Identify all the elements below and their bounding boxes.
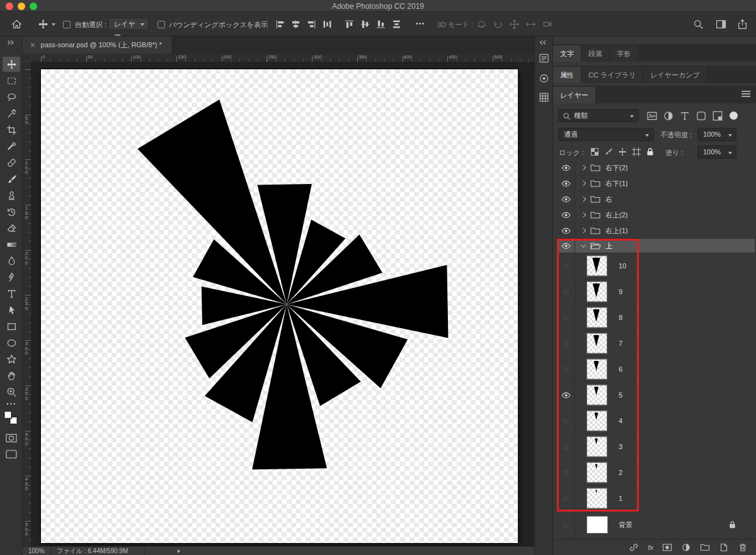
- select-tool[interactable]: [3, 302, 20, 318]
- document-tab[interactable]: × pass-sonar.psd @ 100% (上, RGB/8*) *: [23, 37, 173, 54]
- visibility-toggle[interactable]: [558, 460, 575, 485]
- eyedropper-tool[interactable]: [3, 139, 20, 154]
- horizontal-ruler[interactable]: 050100150200250300350400450500: [31, 54, 534, 62]
- layer-row[interactable]: 3: [558, 434, 755, 460]
- visibility-well[interactable]: [562, 314, 570, 322]
- visibility-toggle[interactable]: [558, 279, 575, 304]
- pasteboard[interactable]: [31, 62, 534, 546]
- new-group-icon[interactable]: [700, 542, 710, 552]
- delete-layer-icon[interactable]: [738, 542, 748, 552]
- visibility-toggle[interactable]: [558, 434, 575, 459]
- visibility-well[interactable]: [562, 495, 570, 503]
- visibility-well[interactable]: [562, 288, 570, 296]
- layer-filter-kind-dropdown[interactable]: 種類: [558, 109, 639, 122]
- layer-row[interactable]: 5: [558, 382, 755, 408]
- align-left-edges-icon[interactable]: [275, 19, 285, 30]
- auto-select-checkbox[interactable]: [63, 21, 71, 28]
- status-options-caret-icon[interactable]: [178, 549, 180, 553]
- align-top-edges-icon[interactable]: [344, 19, 355, 30]
- visibility-toggle[interactable]: [558, 176, 575, 191]
- visibility-toggle[interactable]: [558, 486, 575, 511]
- layer-row[interactable]: 9: [558, 279, 755, 305]
- panel-tab-CC ライブラリ[interactable]: CC ライブラリ: [581, 67, 643, 83]
- visibility-toggle[interactable]: [558, 357, 575, 382]
- panel-tab-段落[interactable]: 段落: [581, 45, 610, 62]
- layer-thumbnail[interactable]: [587, 517, 607, 533]
- visibility-toggle[interactable]: [558, 160, 575, 175]
- zoom-tool[interactable]: [3, 384, 20, 399]
- visibility-toggle[interactable]: [558, 223, 575, 238]
- layer-thumbnail[interactable]: [587, 463, 607, 483]
- collapse-toolbar-icon[interactable]: [6, 40, 15, 45]
- show-bbox-checkbox[interactable]: [158, 21, 165, 28]
- visibility-toggle[interactable]: [558, 305, 575, 330]
- layer-group-row[interactable]: 右: [558, 192, 755, 207]
- share-icon[interactable]: [737, 19, 748, 30]
- gradient-tool[interactable]: [3, 237, 20, 252]
- filter-shape-layers-icon[interactable]: [696, 110, 707, 122]
- distribute-h-icon[interactable]: [322, 19, 333, 30]
- panel-tab-字形[interactable]: 字形: [610, 45, 638, 62]
- layer-thumbnail[interactable]: [587, 411, 607, 431]
- layer-style-button[interactable]: fx: [648, 544, 653, 551]
- close-tab-icon[interactable]: ×: [30, 41, 35, 49]
- quick-mask-icon[interactable]: [6, 433, 17, 443]
- visibility-toggle[interactable]: [558, 382, 575, 408]
- auto-select-mode-dropdown[interactable]: レイヤー: [108, 18, 149, 30]
- expand-chevron-icon[interactable]: [581, 243, 586, 248]
- layer-group-row[interactable]: 右下(2): [558, 160, 755, 176]
- lock-all-icon[interactable]: [645, 147, 655, 157]
- layer-row[interactable]: 7: [558, 331, 755, 357]
- properties-panel-icon[interactable]: [539, 53, 549, 64]
- link-layers-icon[interactable]: [629, 542, 639, 552]
- blend-mode-dropdown[interactable]: 通過: [558, 128, 654, 141]
- layer-row[interactable]: 4: [558, 408, 755, 434]
- healing-tool[interactable]: [3, 155, 20, 170]
- expand-chevron-icon[interactable]: [581, 228, 586, 233]
- expand-chevron-icon[interactable]: [581, 197, 586, 202]
- marquee-tool[interactable]: [3, 73, 20, 88]
- visibility-toggle[interactable]: [558, 192, 575, 207]
- layer-thumbnail[interactable]: [587, 282, 607, 302]
- layer-row[interactable]: 1: [558, 486, 755, 512]
- align-right-edges-icon[interactable]: [306, 19, 317, 30]
- visibility-toggle[interactable]: [558, 239, 575, 253]
- pen-tool[interactable]: [3, 270, 20, 285]
- layer-group-row[interactable]: 右上(1): [558, 223, 755, 239]
- visibility-well[interactable]: [562, 521, 570, 529]
- ellipse-tool[interactable]: [3, 335, 20, 350]
- fill-field[interactable]: 100%: [697, 146, 736, 159]
- color-panel-icon[interactable]: [539, 73, 549, 84]
- opacity-field[interactable]: 100%: [697, 128, 736, 141]
- layer-group-row[interactable]: 右下(1): [558, 176, 755, 192]
- rect-tool[interactable]: [3, 319, 20, 334]
- visibility-well[interactable]: [562, 443, 570, 451]
- layer-thumbnail[interactable]: [587, 437, 607, 457]
- visibility-well[interactable]: [562, 365, 570, 374]
- layer-row[interactable]: 10: [558, 253, 755, 279]
- visibility-toggle[interactable]: [558, 207, 575, 222]
- panel-tab-属性[interactable]: 属性: [553, 67, 581, 83]
- layer-row[interactable]: 6: [558, 357, 755, 382]
- layer-filter-toggle[interactable]: [730, 112, 738, 120]
- shape-tool[interactable]: [3, 352, 20, 367]
- lasso-tool[interactable]: [3, 89, 20, 105]
- crop-tool[interactable]: [3, 122, 20, 137]
- zoom-level-field[interactable]: 100%: [28, 547, 45, 554]
- workspace-icon[interactable]: [716, 19, 726, 30]
- layer-row[interactable]: 8: [558, 305, 755, 331]
- add-adjustment-icon[interactable]: [681, 542, 691, 552]
- background-layer-row[interactable]: 背景: [558, 512, 755, 539]
- edit-toolbar-icon[interactable]: [6, 401, 16, 407]
- visibility-well[interactable]: [562, 417, 570, 425]
- lock-artboard-icon[interactable]: [631, 147, 641, 157]
- type-tool[interactable]: [3, 286, 20, 301]
- new-layer-icon[interactable]: [719, 542, 729, 552]
- layer-group-row[interactable]: 上: [558, 239, 755, 253]
- align-h-centers-icon[interactable]: [290, 19, 301, 30]
- layer-thumbnail[interactable]: [587, 334, 607, 353]
- move-tool-icon[interactable]: [38, 19, 49, 30]
- collapse-panels-icon[interactable]: [539, 40, 549, 50]
- panel-menu-icon[interactable]: [742, 91, 750, 97]
- layer-thumbnail[interactable]: [587, 308, 607, 328]
